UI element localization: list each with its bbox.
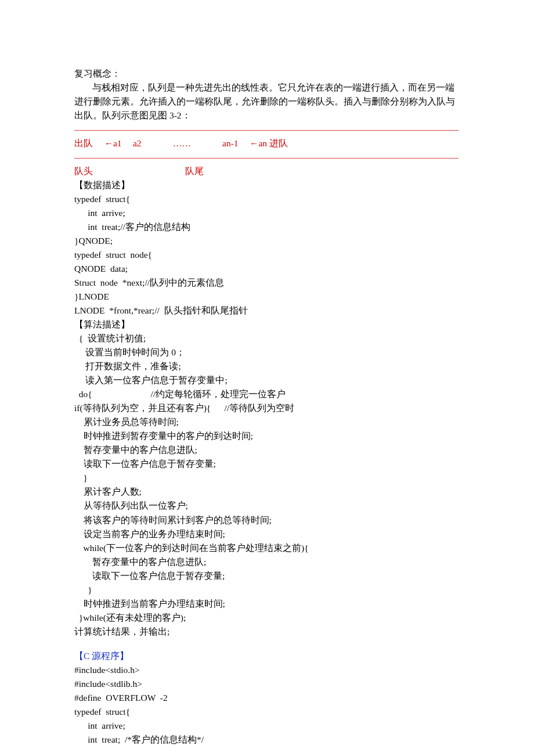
code-line: int treat;//客户的信息结构 — [74, 220, 459, 234]
algo-line: while(下一位客户的到达时间在当前客户处理结束之前){ — [74, 541, 459, 555]
algo-line: 累计业务员总等待时间; — [74, 415, 459, 429]
algo-line: } — [74, 471, 459, 485]
algo-line: 时钟推进到当前客户办理结束时间; — [74, 597, 459, 611]
algo-line: 将该客户的等待时间累计到客户的总等待时间; — [74, 513, 459, 527]
code-line: typedef struct node{ — [74, 248, 459, 262]
queue-tail-label: 队尾 — [185, 164, 204, 178]
gap — [239, 136, 250, 150]
c-code-line: #include<stdlib.h> — [74, 677, 459, 691]
blank-line — [74, 639, 459, 649]
queue-bottom-border: ————————————————————————————————————————… — [74, 150, 459, 164]
code-line: QNODE data; — [74, 262, 459, 276]
dequeue-label: 出队 — [74, 136, 93, 150]
code-line: Struct node *next;//队列中的元素信息 — [74, 276, 459, 290]
review-heading: 复习概念： — [74, 67, 459, 81]
a2-label: a2 — [133, 136, 142, 150]
code-line: LNODE *front,*rear;// 队头指针和队尾指针 — [74, 304, 459, 318]
algo-line: 设定当前客户的业务办理结束时间; — [74, 527, 459, 541]
gap — [142, 136, 173, 150]
c-code-line: typedef struct{ — [74, 705, 459, 719]
algo-line: 暂存变量中的客户信息进队; — [74, 443, 459, 457]
algo-line: } — [74, 583, 459, 597]
c-code-line: int treat; /*客户的信息结构*/ — [74, 733, 459, 747]
code-line: }QNODE; — [74, 234, 459, 248]
gap — [191, 136, 222, 150]
gap — [93, 136, 104, 150]
code-line: typedef struct{ — [74, 192, 459, 206]
dots: …… — [173, 136, 191, 150]
code-line: }LNODE — [74, 290, 459, 304]
a1-arrow: ←a1 — [104, 136, 121, 150]
algo-line: 读取下一位客户信息于暂存变量; — [74, 457, 459, 471]
c-code-line: #include<stdio.h> — [74, 663, 459, 677]
gap — [122, 136, 133, 150]
algo-line: }while(还有未处理的客户); — [74, 611, 459, 625]
concept-paragraph: 与栈相对应，队列是一种先进先出的线性表。它只允许在表的一端进行插入，而在另一端进… — [74, 81, 459, 123]
algo-line: { 设置统计初值; — [74, 332, 459, 345]
algo-line: 累计客户人数; — [74, 485, 459, 499]
an1-label: an-1 — [222, 136, 239, 150]
algo-line: 读入第一位客户信息于暂存变量中; — [74, 373, 459, 387]
algo-line: 时钟推进到暂存变量中的客户的到达时间; — [74, 429, 459, 443]
queue-top-border: ————————————————————————————————————————… — [74, 123, 459, 136]
algo-line: do{ //约定每轮循环，处理完一位客户 — [74, 387, 459, 401]
enqueue-arrow: ←an 进队 — [250, 136, 288, 150]
algo-line: 计算统计结果，并输出; — [74, 625, 459, 639]
algo-line: 打开数据文件，准备读; — [74, 359, 459, 373]
queue-head-label: 队头 — [74, 164, 93, 178]
document-page: 复习概念： 与栈相对应，队列是一种先进先出的线性表。它只允许在表的一端进行插入，… — [0, 0, 534, 756]
gap — [93, 164, 185, 178]
c-source-heading: 【C 源程序】 — [74, 649, 459, 663]
queue-diagram-row: 出队 ←a1 a2 …… an-1 ←an 进队 — [74, 136, 459, 150]
algo-line: if(等待队列为空，并且还有客户){ //等待队列为空时 — [74, 401, 459, 415]
algo-line: 设置当前时钟时间为 0； — [74, 345, 459, 359]
queue-labels-row: 队头 队尾 — [74, 164, 459, 178]
c-code-line: int arrive; — [74, 719, 459, 733]
c-code-line: #define OVERFLOW -2 — [74, 691, 459, 705]
code-line: int arrive; — [74, 206, 459, 220]
algo-line: 暂存变量中的客户信息进队; — [74, 555, 459, 569]
algo-desc-heading: 【算法描述】 — [74, 318, 459, 332]
algo-line: 从等待队列出队一位客户; — [74, 499, 459, 513]
algo-line: 读取下一位客户信息于暂存变量; — [74, 569, 459, 583]
data-desc-heading: 【数据描述】 — [74, 178, 459, 192]
